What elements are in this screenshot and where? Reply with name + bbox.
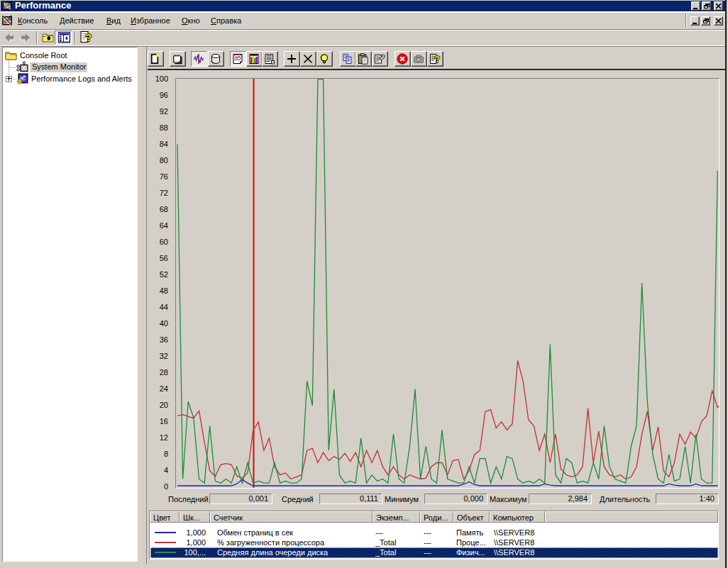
svg-text:?: ? [434, 54, 440, 65]
svg-text:?: ? [85, 31, 92, 43]
